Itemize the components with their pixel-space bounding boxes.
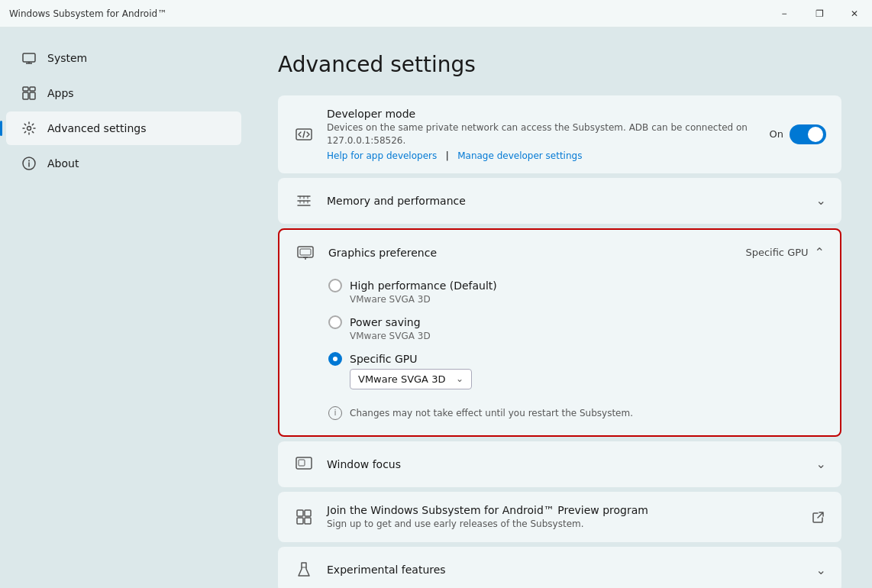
developer-mode-action: On <box>770 124 826 144</box>
svg-rect-5 <box>23 92 28 99</box>
notice-row: i Changes may not take effect until you … <box>328 400 825 423</box>
help-for-developers-link[interactable]: Help for app developers <box>327 150 437 161</box>
experimental-features-title: Experimental features <box>327 564 804 576</box>
close-button[interactable]: ✕ <box>837 0 872 27</box>
join-preview-card: Join the Windows Subsystem for Android™ … <box>278 492 841 543</box>
window-focus-content: Window focus <box>327 458 804 470</box>
high-performance-label: High performance (Default) <box>350 279 497 292</box>
developer-mode-toggle-label: On <box>770 128 783 140</box>
maximize-button[interactable]: ❐ <box>802 0 837 27</box>
window-focus-icon <box>293 454 315 475</box>
notice-icon: i <box>328 406 342 420</box>
graphics-preference-action: Specific GPU ⌃ <box>745 245 825 260</box>
window-controls: − ❐ ✕ <box>767 0 872 27</box>
experimental-features-card: Experimental features ⌄ <box>278 547 841 588</box>
svg-rect-18 <box>297 510 303 516</box>
gpu-dropdown-value: VMware SVGA 3D <box>358 373 451 385</box>
memory-performance-icon <box>293 190 315 212</box>
radio-row-specific-gpu[interactable]: Specific GPU <box>328 352 825 366</box>
sidebar-item-apps[interactable]: Apps <box>6 76 241 110</box>
join-preview-row[interactable]: Join the Windows Subsystem for Android™ … <box>278 492 841 543</box>
graphics-preference-header[interactable]: Graphics preference Specific GPU ⌃ <box>279 230 840 276</box>
external-link-icon[interactable] <box>811 509 826 525</box>
developer-mode-card: Developer mode Devices on the same priva… <box>278 95 841 173</box>
svg-rect-17 <box>299 460 305 466</box>
memory-performance-row[interactable]: Memory and performance ⌄ <box>278 178 841 224</box>
sidebar-item-system-label: System <box>47 52 87 64</box>
join-preview-desc: Sign up to get and use early releases of… <box>327 518 799 531</box>
graphics-preference-content: Graphics preference <box>328 247 733 259</box>
specific-gpu-label: Specific GPU <box>350 353 417 365</box>
sidebar-item-about[interactable]: About <box>6 147 241 180</box>
radio-option-power-saving: Power saving VMware SVGA 3D <box>328 315 825 341</box>
memory-performance-content: Memory and performance <box>327 195 804 207</box>
advanced-settings-icon <box>21 121 37 136</box>
memory-performance-chevron[interactable]: ⌄ <box>816 193 826 208</box>
graphics-preference-chevron[interactable]: ⌃ <box>815 245 825 260</box>
radio-power-saving[interactable] <box>328 315 342 329</box>
radio-specific-gpu[interactable] <box>328 352 342 366</box>
memory-performance-title: Memory and performance <box>327 195 804 207</box>
developer-mode-toggle[interactable] <box>790 124 826 144</box>
svg-point-10 <box>28 160 30 162</box>
sidebar-item-advanced-settings-label: Advanced settings <box>47 122 146 134</box>
svg-rect-4 <box>30 87 35 91</box>
memory-performance-card: Memory and performance ⌄ <box>278 178 841 224</box>
developer-mode-row: Developer mode Devices on the same priva… <box>278 95 841 173</box>
svg-rect-0 <box>23 53 35 62</box>
experimental-features-row[interactable]: Experimental features ⌄ <box>278 547 841 588</box>
experimental-features-content: Experimental features <box>327 564 804 576</box>
window-title: Windows Subsystem for Android™ <box>9 8 166 19</box>
radio-row-power-saving[interactable]: Power saving <box>328 315 825 329</box>
main-content: Advanced settings Developer mode Devices… <box>247 27 872 588</box>
graphics-current-value: Specific GPU <box>745 247 808 258</box>
gpu-dropdown[interactable]: VMware SVGA 3D ⌄ <box>350 369 472 389</box>
radio-row-high-performance[interactable]: High performance (Default) <box>328 279 825 292</box>
developer-mode-links: Help for app developers | Manage develop… <box>327 150 757 161</box>
developer-mode-title: Developer mode <box>327 108 757 120</box>
system-icon <box>21 50 37 66</box>
sidebar-item-about-label: About <box>47 157 79 170</box>
radio-option-specific-gpu: Specific GPU VMware SVGA 3D ⌄ <box>328 352 825 389</box>
developer-mode-icon <box>293 124 315 145</box>
radio-option-high-performance: High performance (Default) VMware SVGA 3… <box>328 279 825 305</box>
power-saving-sublabel: VMware SVGA 3D <box>350 331 825 341</box>
svg-rect-13 <box>300 249 311 255</box>
sidebar-item-advanced-settings[interactable]: Advanced settings <box>6 111 241 145</box>
join-preview-icon <box>293 506 315 528</box>
about-icon <box>21 156 37 171</box>
sidebar-item-apps-label: Apps <box>47 87 74 99</box>
graphics-options: High performance (Default) VMware SVGA 3… <box>279 276 840 435</box>
window-focus-title: Window focus <box>327 458 804 470</box>
window-focus-chevron[interactable]: ⌄ <box>816 457 826 471</box>
notice-text: Changes may not take effect until you re… <box>350 408 633 418</box>
graphics-preference-icon <box>295 242 316 263</box>
svg-rect-20 <box>297 518 303 524</box>
sidebar: System Apps Advanced settings <box>0 27 247 588</box>
graphics-preference-card: Graphics preference Specific GPU ⌃ High … <box>278 228 841 437</box>
window-focus-row[interactable]: Window focus ⌄ <box>278 441 841 487</box>
sidebar-item-system[interactable]: System <box>6 41 241 75</box>
developer-mode-desc: Devices on the same private network can … <box>327 121 757 147</box>
svg-rect-19 <box>305 510 311 516</box>
manage-developer-settings-link[interactable]: Manage developer settings <box>457 150 582 161</box>
apps-icon <box>21 86 37 101</box>
radio-high-performance[interactable] <box>328 279 342 292</box>
experimental-features-icon <box>293 559 315 580</box>
join-preview-title: Join the Windows Subsystem for Android™ … <box>327 504 799 516</box>
svg-rect-21 <box>305 518 311 524</box>
app-body: System Apps Advanced settings <box>0 27 872 588</box>
high-performance-sublabel: VMware SVGA 3D <box>350 294 825 305</box>
developer-mode-content: Developer mode Devices on the same priva… <box>327 108 757 161</box>
page-title: Advanced settings <box>278 52 841 77</box>
power-saving-label: Power saving <box>350 316 421 328</box>
svg-point-7 <box>27 127 31 131</box>
svg-rect-3 <box>23 87 28 91</box>
graphics-preference-title: Graphics preference <box>328 247 733 259</box>
experimental-features-chevron[interactable]: ⌄ <box>816 563 826 577</box>
join-preview-content: Join the Windows Subsystem for Android™ … <box>327 504 799 531</box>
svg-rect-6 <box>30 92 35 99</box>
dropdown-chevron-icon: ⌄ <box>456 373 463 384</box>
minimize-button[interactable]: − <box>767 0 802 27</box>
title-bar: Windows Subsystem for Android™ − ❐ ✕ <box>0 0 872 27</box>
